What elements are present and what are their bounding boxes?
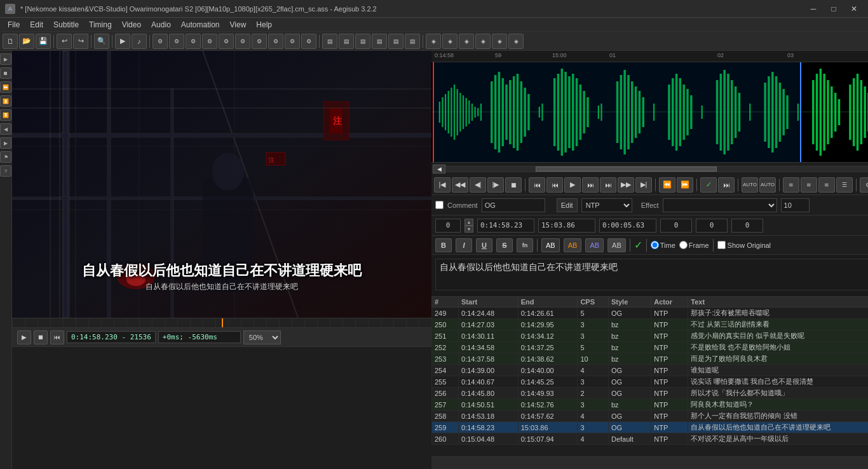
transport-settings[interactable]: ⚙ [860, 177, 868, 193]
accept-button[interactable]: ✓ [634, 239, 642, 251]
window-controls[interactable]: ─ □ ✕ [804, 3, 863, 15]
subtitle-table-container[interactable]: # Start End CPS Style Actor Text 2490:14… [431, 296, 868, 456]
table-row[interactable]: 2500:14:27.030:14:29.953bzNTP不过 从第三话的剧情来… [432, 319, 869, 330]
side-btn-8[interactable]: ⚑ [0, 151, 11, 163]
scroll-left-btn[interactable]: ◀ [433, 165, 445, 173]
layer-input[interactable] [435, 219, 461, 233]
style-btn-5[interactable]: ⚙ [219, 34, 234, 49]
stop-button[interactable]: ⏹ [34, 330, 48, 344]
style-btn-9[interactable]: ⚙ [285, 34, 300, 49]
duration-input[interactable] [599, 219, 656, 233]
side-btn-9[interactable]: ? [0, 165, 11, 177]
menu-subtitle[interactable]: Subtitle [48, 18, 84, 32]
layer-up-btn[interactable]: ▲ [465, 219, 473, 226]
side-btn-5[interactable]: ⏬ [0, 109, 11, 121]
table-row[interactable]: 2510:14:30.110:14:34.123bzNTP感觉小扇的真实目的 似… [432, 330, 869, 342]
video-timeline[interactable] [12, 318, 431, 328]
table-row[interactable]: 2520:14:34.580:14:37.255bzNTP不是败给我 也不是败给… [432, 342, 869, 353]
subtitle-text-input[interactable]: 自从春假以后他也知道自己在不讲道理硬来吧 [435, 259, 868, 290]
table-row[interactable]: 2590:14:58.2315:03.863OGNTP自从春假以后他也知道自己在… [432, 422, 869, 433]
menu-file[interactable]: File [3, 18, 25, 32]
ab-button-2[interactable]: AB [564, 238, 582, 252]
style-btn-7[interactable]: ⚙ [252, 34, 267, 49]
fn-button[interactable]: fn [517, 238, 533, 252]
zoom-select[interactable]: 25% 50% 75% 100% 150% 200% [243, 330, 281, 344]
transport-auto-2[interactable]: AUTO [759, 177, 776, 193]
save-button[interactable]: 💾 [36, 34, 51, 49]
transport-spectrum[interactable]: ≋ [783, 177, 799, 193]
show-original-checkbox[interactable] [717, 241, 726, 249]
col-header-end[interactable]: End [518, 297, 578, 308]
style-select[interactable]: NTP OG bz Default [581, 198, 632, 212]
transport-commit-next[interactable]: ⏩ [677, 177, 693, 193]
frame-radio-label[interactable]: Frame [679, 241, 709, 249]
menu-audio[interactable]: Audio [146, 18, 176, 32]
bold-button[interactable]: B [435, 238, 452, 252]
export-btn-2[interactable]: ▤ [339, 34, 354, 49]
transport-prev-key[interactable]: |◀ [434, 177, 451, 193]
transport-accept[interactable]: ✓ [700, 177, 717, 193]
video-button[interactable]: ▶ [115, 34, 130, 49]
minimize-button[interactable]: ─ [804, 3, 822, 15]
transport-prev-frame[interactable]: ◀| [470, 177, 486, 193]
misc-btn-5[interactable]: ◈ [492, 34, 507, 49]
scrollbar-track[interactable] [445, 166, 868, 172]
export-btn-3[interactable]: ▤ [355, 34, 370, 49]
table-row[interactable]: 2540:14:39.000:14:40.004OGNTP谁知道呢 [432, 365, 869, 376]
maximize-button[interactable]: □ [825, 3, 843, 15]
strikethrough-button[interactable]: S [496, 238, 513, 252]
table-row[interactable]: 2490:14:24.480:14:26.615OGNTP那孩子:没有被黑暗吞噬… [432, 308, 869, 319]
margin-r-input[interactable] [696, 219, 728, 233]
play-pause-button[interactable]: ▶ [17, 330, 31, 344]
side-btn-3[interactable]: ⏩ [0, 81, 11, 93]
side-btn-6[interactable]: ◀ [0, 123, 11, 135]
underline-button[interactable]: U [476, 238, 492, 252]
transport-skip[interactable]: ⏭ [718, 177, 735, 193]
style-btn-6[interactable]: ⚙ [235, 34, 250, 49]
start-time-input[interactable] [477, 219, 534, 233]
col-header-start[interactable]: Start [459, 297, 519, 308]
close-button[interactable]: ✕ [845, 3, 863, 15]
side-btn-7[interactable]: ▶ [0, 137, 11, 149]
layer-down-btn[interactable]: ▼ [465, 226, 473, 233]
new-button[interactable]: 🗋 [3, 34, 18, 49]
time-radio[interactable] [651, 241, 659, 249]
style-btn-3[interactable]: ⚙ [186, 34, 201, 49]
table-row[interactable]: 2560:14:45.800:14:49.932OGNTP所以才说「我什么都不知… [432, 388, 869, 399]
side-btn-1[interactable]: ▶ [0, 53, 11, 65]
col-header-cps[interactable]: CPS [578, 297, 609, 308]
style-btn-1[interactable]: ⚙ [153, 34, 168, 49]
export-btn-5[interactable]: ▤ [388, 34, 403, 49]
scrollbar-thumb[interactable] [536, 167, 717, 172]
misc-btn-6[interactable]: ◈ [508, 34, 524, 49]
comment-checkbox[interactable] [435, 201, 444, 209]
table-row[interactable]: 2600:15:04.480:15:07.944DefaultNTP不对说不定是… [432, 433, 869, 445]
end-time-input[interactable] [538, 219, 595, 233]
waveform-scrollbar[interactable]: ◀ ▶ [431, 162, 868, 175]
menu-edit[interactable]: Edit [25, 18, 48, 32]
transport-commit-prev[interactable]: ⏪ [659, 177, 675, 193]
side-btn-4[interactable]: ⏫ [0, 95, 11, 107]
effect-select[interactable] [663, 198, 777, 212]
menu-video[interactable]: Video [117, 18, 146, 32]
style-btn-2[interactable]: ⚙ [169, 34, 184, 49]
margin-v-input[interactable] [731, 219, 763, 233]
menu-timing[interactable]: Timing [84, 18, 117, 32]
actor-input[interactable] [482, 198, 545, 212]
ab-button-1[interactable]: AB [541, 238, 560, 252]
ab-button-3[interactable]: AB [585, 238, 604, 252]
open-button[interactable]: 📂 [19, 34, 34, 49]
redo-button[interactable]: ↪ [73, 34, 88, 49]
style-btn-10[interactable]: ⚙ [301, 34, 316, 49]
show-original-label[interactable]: Show Original [717, 241, 771, 249]
effect-number[interactable] [781, 198, 810, 212]
table-row[interactable]: 2570:14:50.510:14:52.763bzNTP阿良良木君知道吗？ [432, 399, 869, 411]
col-header-actor[interactable]: Actor [651, 297, 688, 308]
transport-prev[interactable]: ◀◀ [452, 177, 468, 193]
menu-help[interactable]: Help [251, 18, 277, 32]
misc-btn-1[interactable]: ◈ [426, 34, 441, 49]
transport-next[interactable]: ▶▶ [618, 177, 634, 193]
menu-automation[interactable]: Automation [176, 18, 225, 32]
time-radio-label[interactable]: Time [651, 241, 675, 249]
table-row[interactable]: 2580:14:53.180:14:57.624OGNTP那个人一定有自我惩罚的… [432, 411, 869, 422]
